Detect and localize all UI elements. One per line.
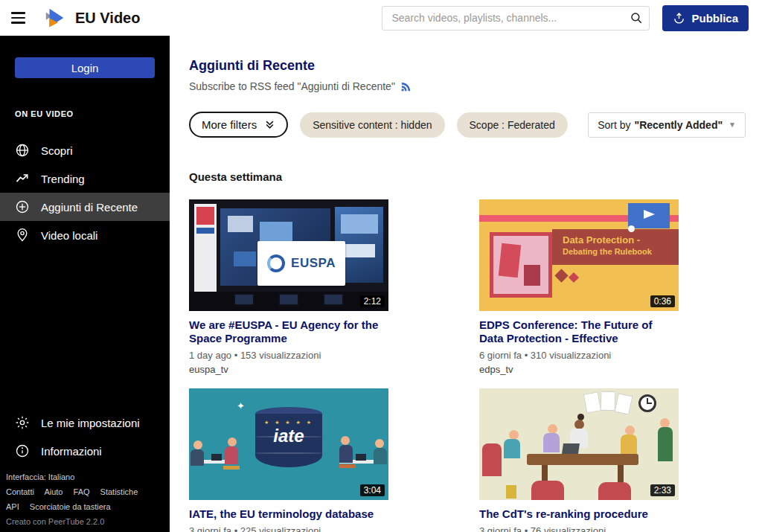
sidebar-item-my-settings[interactable]: Le mie impostazioni [0,408,170,437]
art-shape [234,251,256,266]
video-grid: EUSPA 2:12 We are #EUSPA - EU Agency for… [189,199,746,532]
top-bar: EU Video Pubblica [0,0,762,36]
sidebar-item-recently-added[interactable]: Aggiunti di Recente [0,193,170,221]
eu-stars: ★ ★ ★ ★ ★ [255,420,322,426]
art-shape [504,439,520,458]
plus-circle-icon [15,199,30,214]
art-shape [569,272,579,283]
filter-pill-scope[interactable]: Scope : Federated [457,112,568,138]
publish-label: Pubblica [691,12,738,25]
hamburger-menu-icon[interactable] [11,9,29,27]
video-card: 2:33 The CdT's re-ranking procedure 3 gi… [479,388,679,532]
video-meta: 3 giorni fa • 225 visualizzazioni [189,525,388,532]
art-shape [223,466,240,469]
art-shape [562,443,580,454]
main-content: Aggiunti di Recente Subscribe to RSS fee… [170,36,762,532]
rss-icon[interactable] [400,81,412,92]
video-meta: 6 giorni fa • 310 visualizzazioni [479,350,679,361]
rss-subscribe-line: Subscribe to RSS feed "Aggiunti di Recen… [189,80,746,92]
video-card: Data Protection - Debating the Rulebook … [479,199,679,375]
more-filters-label: More filters [202,118,257,131]
app-logo-play-icon[interactable] [44,7,66,29]
art-shape [211,454,222,461]
duration-badge: 2:33 [650,484,675,496]
sidebar-item-label: Le mie impostazioni [41,417,140,429]
art-shape [601,391,616,411]
video-thumbnail[interactable]: Data Protection - Debating the Rulebook … [479,199,679,311]
sidebar-nav: Scopri Trending Aggiunti di Recente Vide… [0,136,170,249]
caret-down-icon: ▼ [729,121,736,129]
video-card: ★ ★ ★ ★ ★ iate ✦ 3:04 IATE, the EU te [189,388,388,532]
video-title[interactable]: IATE, the EU terminology database [189,507,388,521]
sidebar-item-about[interactable]: Informazioni [0,437,170,465]
location-pin-icon [15,228,30,243]
interface-language-link[interactable]: Interfaccia: Italiano [6,472,164,481]
art-shape [583,391,601,413]
video-channel[interactable]: euspa_tv [189,364,388,375]
sparkle-icon: ✦ [237,400,245,411]
art-shape [527,454,638,465]
publish-button[interactable]: Pubblica [662,5,749,31]
edps-title-box: Data Protection - Debating the Rulebook [552,229,679,265]
footer-link-faq[interactable]: FAQ [74,487,90,496]
login-button[interactable]: Login [15,57,155,78]
art-shape [339,445,353,463]
video-meta: 1 day ago • 153 visualizzazioni [189,350,388,361]
gear-icon [15,415,30,430]
art-shape [196,228,214,234]
sidebar-secondary-nav: Le mie impostazioni Informazioni [0,408,170,465]
art-shape [628,225,635,232]
video-meta: 3 giorni fa • 76 visualizzazioni [479,525,679,532]
art-shape [255,452,322,454]
sidebar-item-local-videos[interactable]: Video locali [0,221,170,249]
footer-link-shortcuts[interactable]: Scorciatoie da tastiera [30,502,111,511]
video-thumbnail[interactable]: ★ ★ ★ ★ ★ iate ✦ 3:04 [189,388,388,500]
video-thumbnail[interactable]: EUSPA 2:12 [189,199,388,311]
art-shape [482,443,502,476]
more-filters-button[interactable]: More filters [189,112,288,138]
art-shape [647,403,652,404]
art-shape [228,216,253,232]
art-shape [341,214,378,234]
app-title[interactable]: EU Video [75,10,140,27]
art-shape [499,243,521,278]
sidebar-footer: Interfaccia: Italiano Contatti Aiuto FAQ… [0,465,170,532]
paper-plane-icon [644,210,655,219]
sidebar-item-label: Scopri [41,144,73,157]
search-input[interactable] [382,6,650,31]
sidebar: Login ON EU VIDEO Scopri Trending Aggiun… [0,36,170,532]
art-shape [267,254,285,272]
footer-link-api[interactable]: API [6,502,19,511]
art-shape [374,448,387,464]
art-shape [524,265,540,286]
art-shape [375,439,384,448]
art-shape [190,449,204,466]
footer-link-statistiche[interactable]: Statistiche [100,487,138,496]
filter-pill-sensitive-content[interactable]: Sensitive content : hidden [300,112,444,138]
duration-badge: 2:12 [360,295,385,307]
video-thumbnail[interactable]: 2:33 [479,388,679,500]
art-shape [196,207,214,225]
art-shape [341,436,350,445]
sort-dropdown[interactable]: Sort by "Recently Added" ▼ [588,112,746,138]
sidebar-item-trending[interactable]: Trending [0,164,170,193]
video-title[interactable]: EDPS Conference: The Future of Data Prot… [479,318,679,345]
video-title[interactable]: The CdT's re-ranking procedure [479,507,679,521]
art-shape [278,293,299,306]
video-channel[interactable]: edps_tv [479,364,679,375]
sidebar-item-label: Informazioni [41,445,102,458]
filters-row: More filters Sensitive content : hidden … [189,112,746,138]
art-shape [339,464,356,468]
footer-link-contatti[interactable]: Contatti [6,487,34,496]
sidebar-section-label: ON EU VIDEO [15,109,170,118]
section-title: Questa settimana [189,170,746,183]
art-shape [615,393,633,415]
edps-title-line1: Data Protection - [563,234,679,246]
sidebar-item-scopri[interactable]: Scopri [0,136,170,164]
video-title[interactable]: We are #EUSPA - EU Agency for the Space … [189,318,388,345]
search-icon[interactable] [630,11,643,25]
footer-link-aiuto[interactable]: Aiuto [44,487,63,496]
chevron-double-down-icon [264,119,275,130]
duration-badge: 0:36 [650,295,675,307]
art-shape [323,293,344,306]
